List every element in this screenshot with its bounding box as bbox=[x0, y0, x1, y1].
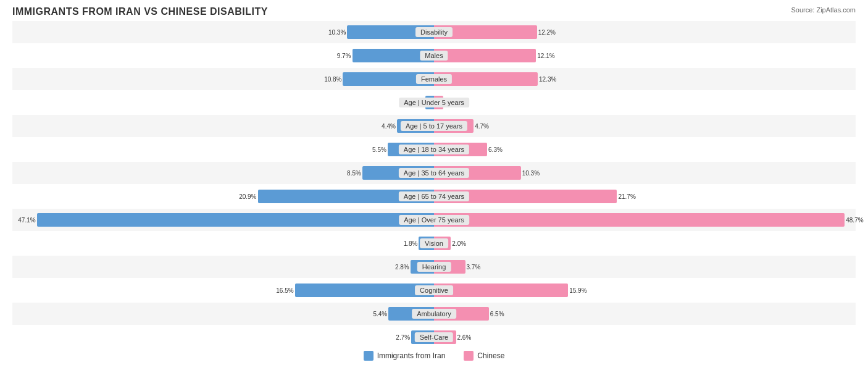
bar-container: Ambulatory 5.4% 6.5% bbox=[12, 303, 856, 325]
table-row: Age | Over 75 years 47.1% 48.7% bbox=[12, 209, 856, 231]
iran-value: 1.8% bbox=[404, 240, 418, 247]
row-label: Cognitive bbox=[415, 285, 453, 295]
row-label: Disability bbox=[415, 27, 453, 37]
iran-value: 5.5% bbox=[372, 146, 386, 153]
row-label: Ambulatory bbox=[412, 309, 456, 319]
row-label: Vision bbox=[420, 238, 448, 248]
bar-container: Age | 18 to 34 years 5.5% 6.3% bbox=[12, 138, 856, 161]
iran-value: 4.4% bbox=[382, 123, 396, 130]
chinese-bar bbox=[434, 284, 568, 297]
row-label: Age | 65 to 74 years bbox=[399, 191, 469, 201]
chinese-value: 6.3% bbox=[488, 146, 503, 153]
iran-value: 16.5% bbox=[276, 287, 293, 294]
table-row: Females 10.8% 12.3% bbox=[12, 68, 856, 90]
bar-container: Vision 1.8% 2.0% bbox=[12, 232, 856, 254]
bar-container: Self-Care 2.7% 2.6% bbox=[12, 326, 856, 348]
row-label: Age | 18 to 34 years bbox=[399, 145, 469, 154]
chart-title: IMMIGRANTS FROM IRAN VS CHINESE DISABILI… bbox=[12, 6, 856, 17]
bar-container: Age | Over 75 years 47.1% 48.7% bbox=[12, 209, 856, 231]
chinese-value: 4.7% bbox=[475, 123, 489, 130]
chinese-value: 12.1% bbox=[537, 52, 554, 59]
table-row: Disability 10.3% 12.2% bbox=[12, 21, 856, 43]
table-row: Age | 18 to 34 years 5.5% 6.3% bbox=[12, 138, 856, 161]
bar-container: Cognitive 16.5% 15.9% bbox=[12, 279, 856, 301]
legend-color-iran bbox=[364, 351, 373, 361]
chinese-value: 15.9% bbox=[569, 287, 586, 294]
table-row: Ambulatory 5.4% 6.5% bbox=[12, 303, 856, 325]
iran-bar bbox=[295, 284, 434, 297]
bar-container: Hearing 2.8% 3.7% bbox=[12, 256, 856, 278]
table-row: Age | 65 to 74 years 20.9% 21.7% bbox=[12, 185, 856, 208]
iran-value: 2.8% bbox=[395, 264, 409, 271]
row-label: Age | 5 to 17 years bbox=[401, 121, 467, 131]
chinese-value: 21.7% bbox=[618, 193, 635, 200]
bar-container: Age | 5 to 17 years 4.4% 4.7% bbox=[12, 115, 856, 137]
bar-container: Females 10.8% 12.3% bbox=[12, 68, 856, 90]
row-label: Males bbox=[420, 51, 448, 61]
chinese-value: 2.6% bbox=[457, 334, 472, 341]
chinese-value: 48.7% bbox=[846, 217, 863, 224]
row-label: Hearing bbox=[417, 262, 451, 272]
row-label: Self-Care bbox=[415, 332, 453, 342]
chinese-bar bbox=[434, 49, 536, 62]
row-label: Age | 35 to 64 years bbox=[399, 168, 469, 178]
chinese-value: 2.0% bbox=[452, 240, 466, 247]
chinese-value: 10.3% bbox=[522, 170, 540, 177]
row-label: Age | Over 75 years bbox=[399, 215, 469, 225]
table-row: Hearing 2.8% 3.7% bbox=[12, 256, 856, 278]
row-label: Age | Under 5 years bbox=[399, 98, 469, 107]
legend-label-iran: Immigrants from Iran bbox=[377, 351, 446, 360]
table-row: Cognitive 16.5% 15.9% bbox=[12, 279, 856, 301]
source-label: Source: ZipAtlas.com bbox=[791, 6, 856, 14]
iran-value: 2.7% bbox=[396, 334, 410, 341]
table-row: Age | 5 to 17 years 4.4% 4.7% bbox=[12, 115, 856, 137]
iran-bar bbox=[37, 213, 434, 227]
legend-item-chinese: Chinese bbox=[464, 351, 504, 361]
legend: Immigrants from Iran Chinese bbox=[12, 351, 856, 361]
legend-label-chinese: Chinese bbox=[477, 351, 504, 360]
chinese-value: 3.7% bbox=[467, 264, 481, 271]
chinese-value: 12.3% bbox=[539, 76, 556, 83]
table-row: Age | 35 to 64 years 8.5% 10.3% bbox=[12, 162, 856, 184]
table-row: Age | Under 5 years 1.0% 1.1% bbox=[12, 91, 856, 114]
legend-item-iran: Immigrants from Iran bbox=[364, 351, 446, 361]
legend-color-chinese bbox=[464, 351, 474, 361]
row-label: Females bbox=[416, 74, 452, 84]
iran-value: 5.4% bbox=[373, 311, 387, 317]
table-row: Males 9.7% 12.1% bbox=[12, 44, 856, 67]
iran-value: 9.7% bbox=[337, 52, 351, 59]
chinese-bar bbox=[434, 213, 845, 227]
iran-value: 20.9% bbox=[239, 193, 256, 200]
chart-area: Disability 10.3% 12.2% Males 9.7% 12.1% … bbox=[12, 21, 856, 336]
iran-value: 10.8% bbox=[324, 76, 341, 83]
chart-container: IMMIGRANTS FROM IRAN VS CHINESE DISABILI… bbox=[0, 0, 868, 378]
bar-container: Disability 10.3% 12.2% bbox=[12, 21, 856, 43]
iran-value: 47.1% bbox=[18, 217, 35, 224]
iran-value: 10.3% bbox=[328, 29, 346, 36]
iran-value: 8.5% bbox=[347, 170, 361, 177]
chinese-value: 6.5% bbox=[490, 311, 504, 317]
table-row: Self-Care 2.7% 2.6% bbox=[12, 326, 856, 348]
table-row: Vision 1.8% 2.0% bbox=[12, 232, 856, 254]
bar-container: Age | 35 to 64 years 8.5% 10.3% bbox=[12, 162, 856, 184]
chinese-value: 12.2% bbox=[538, 29, 556, 36]
bar-container: Age | Under 5 years 1.0% 1.1% bbox=[12, 91, 856, 114]
bar-container: Males 9.7% 12.1% bbox=[12, 44, 856, 67]
bar-container: Age | 65 to 74 years 20.9% 21.7% bbox=[12, 185, 856, 208]
